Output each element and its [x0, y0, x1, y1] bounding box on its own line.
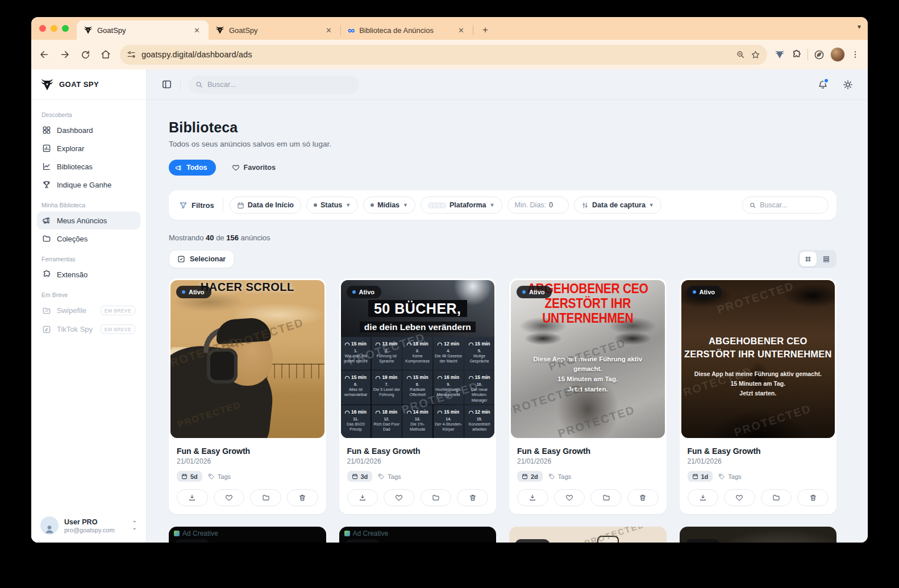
goatspy-extension-icon[interactable]	[774, 49, 785, 60]
list-view-button[interactable]	[818, 252, 835, 266]
add-to-collection-button[interactable]	[761, 489, 792, 506]
filter-capture-date[interactable]: Data de captura▼	[574, 197, 661, 214]
sidebar-item-meus-anuncios[interactable]: Meus Anúncios	[37, 211, 140, 230]
browser-window: GoatSpy ✕ GoatSpy ✕ ∞ Biblioteca de Anún…	[31, 17, 868, 543]
sidebar-toggle-icon[interactable]	[161, 79, 172, 90]
download-button[interactable]	[517, 489, 548, 506]
download-button[interactable]	[177, 489, 208, 506]
tag-icon	[378, 473, 385, 480]
global-search-input[interactable]	[207, 80, 352, 89]
add-to-collection-button[interactable]	[590, 489, 622, 506]
delete-button[interactable]	[457, 489, 488, 506]
tab-goatspy-1[interactable]: GoatSpy ✕	[77, 20, 209, 40]
episode-grid: 15 min1.Wie man mit jedem spricht 13 min…	[341, 337, 495, 438]
select-button[interactable]: Selecionar	[169, 250, 234, 268]
user-account-menu[interactable]: User PRO pro@goatspy.com ⌃⌄	[31, 508, 146, 543]
ad-creative-preview[interactable]: Ativo ABGEHOBENER CEOZERSTÖRT IHR UNTERN…	[681, 280, 835, 438]
sidebar-item-indique-e-ganhe[interactable]: Indique e Ganhe	[37, 176, 140, 194]
filter-midias[interactable]: Mídias▼	[363, 197, 415, 214]
ad-creative-preview[interactable]: Ativo 50 BÜCHER, die dein Leben veränder…	[341, 280, 495, 438]
calendar-icon	[237, 202, 244, 209]
ad-date: 21/01/2026	[688, 457, 829, 465]
menu-kebab-icon[interactable]	[851, 50, 860, 59]
sidebar-item-extensao[interactable]: Extensão	[37, 265, 140, 283]
sidebar-item-dashboard[interactable]: Dashboard	[37, 121, 140, 139]
close-window-button[interactable]	[39, 25, 46, 32]
forward-button[interactable]	[55, 45, 74, 64]
tab-close-icon[interactable]: ✕	[191, 25, 203, 36]
sidebar-item-label: Meus Anúncios	[57, 216, 107, 225]
filter-start-date[interactable]: Data de Início	[230, 197, 301, 214]
heart-icon	[232, 164, 240, 172]
ad-creative-preview[interactable]: Ativo ABGEHOBENER CEOZERSTÖRT IHR UNTERN…	[511, 280, 665, 438]
min-days-input[interactable]	[549, 201, 561, 209]
tab-todos[interactable]: Todos	[169, 160, 216, 176]
home-button[interactable]	[96, 45, 115, 64]
library-search-input[interactable]	[760, 201, 821, 209]
global-search[interactable]	[189, 76, 359, 94]
download-button[interactable]	[688, 489, 719, 506]
filter-status[interactable]: Status▼	[306, 197, 358, 214]
tags-chip[interactable]: Tags	[208, 473, 231, 480]
status-badge: Ativo	[517, 286, 552, 298]
ad-creative-label: Ad Creative	[174, 529, 218, 537]
card-actions	[688, 489, 829, 506]
sidebar-item-tiktok-spy[interactable]: TikTok Spy EM BREVE	[37, 320, 140, 339]
minimize-window-button[interactable]	[51, 25, 57, 32]
new-tab-button[interactable]: +	[478, 23, 493, 37]
section-label: Em Breve	[41, 291, 136, 298]
performance-leaf-icon[interactable]	[814, 49, 825, 60]
theme-sun-icon[interactable]	[843, 80, 853, 90]
browser-toolbar: goatspy.digital/dashboard/ads	[31, 40, 868, 69]
tab-close-icon[interactable]: ✕	[455, 25, 467, 36]
ad-creative-preview[interactable]: Ativo HACER SCROLL PROTECTED PROTECTED	[170, 280, 324, 438]
watermark: PROTECTED	[715, 280, 796, 316]
ad-card-partial[interactable]: Ad Creative Ativo	[169, 527, 326, 543]
sidebar-item-colecoes[interactable]: Coleções	[37, 230, 140, 248]
add-to-collection-button[interactable]	[421, 489, 452, 506]
library-search[interactable]	[742, 197, 829, 214]
ad-card-partial[interactable]: Ativo	[680, 527, 837, 543]
favorite-button[interactable]	[554, 489, 585, 506]
delete-button[interactable]	[797, 489, 829, 506]
site-settings-icon[interactable]	[127, 50, 136, 59]
zoom-icon[interactable]	[736, 50, 745, 59]
maximize-window-button[interactable]	[62, 25, 69, 32]
home-icon	[101, 49, 111, 60]
favorite-button[interactable]	[214, 489, 245, 506]
tab-goatspy-2[interactable]: GoatSpy ✕	[209, 20, 340, 40]
sidebar-item-label: Dashboard	[57, 126, 93, 135]
filter-plataforma[interactable]: Plataforma▼	[421, 197, 502, 214]
reload-button[interactable]	[76, 45, 95, 64]
sidebar-item-swipefile[interactable]: Swipefile EM BREVE	[37, 301, 140, 320]
puzzle-icon	[42, 270, 51, 279]
address-bar[interactable]: goatspy.digital/dashboard/ads	[120, 45, 767, 65]
grid-view-button[interactable]	[800, 252, 817, 266]
tab-search-chevron-icon[interactable]: ▾	[858, 23, 861, 31]
tags-chip[interactable]: Tags	[548, 473, 571, 480]
back-button[interactable]	[35, 45, 54, 64]
delete-button[interactable]	[287, 489, 318, 506]
ad-card-partial[interactable]: Ad Creative Ativo	[339, 527, 497, 543]
sidebar-item-explorar[interactable]: Explorar	[37, 139, 140, 157]
tab-meta-ads-library[interactable]: ∞ Biblioteca de Anúncios ✕	[341, 20, 473, 40]
tags-chip[interactable]: Tags	[718, 473, 741, 480]
sidebar-item-label: Extensão	[57, 270, 88, 279]
notifications-button[interactable]	[818, 80, 828, 90]
filter-min-days[interactable]: Min. Dias:	[507, 197, 569, 214]
sidebar-item-bibliotecas[interactable]: Bibliotecas	[37, 157, 140, 176]
ad-card-partial[interactable]: PROTECTED Ativo	[509, 527, 667, 543]
profile-avatar[interactable]	[830, 47, 845, 62]
favorite-button[interactable]	[384, 489, 415, 506]
download-button[interactable]	[347, 489, 378, 506]
ad-card: Ativo ABGEHOBENER CEOZERSTÖRT IHR UNTERN…	[680, 278, 837, 514]
tab-favoritos[interactable]: Favoritos	[226, 160, 281, 176]
bookmark-star-icon[interactable]	[751, 50, 760, 60]
tags-chip[interactable]: Tags	[378, 473, 401, 480]
favorite-button[interactable]	[724, 489, 755, 506]
add-to-collection-button[interactable]	[250, 489, 281, 506]
tab-close-icon[interactable]: ✕	[323, 25, 335, 36]
delete-button[interactable]	[627, 489, 659, 506]
search-icon	[750, 202, 756, 209]
extensions-puzzle-icon[interactable]	[791, 49, 802, 60]
